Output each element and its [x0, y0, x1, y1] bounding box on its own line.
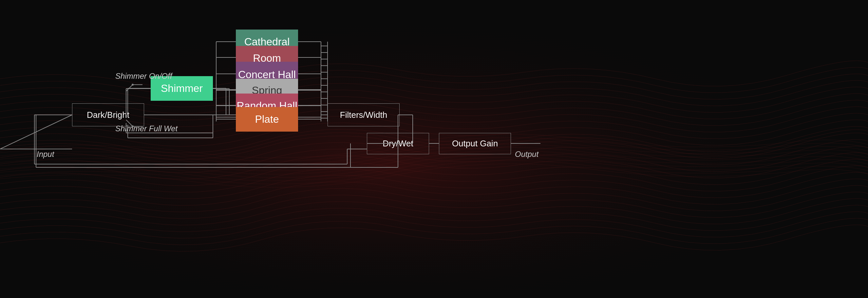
dry-wet-box[interactable]: Dry/Wet: [367, 133, 429, 154]
plate-box[interactable]: Plate: [236, 107, 298, 132]
input-label: Input: [37, 149, 54, 159]
svg-line-37: [126, 85, 133, 91]
svg-line-43: [0, 115, 72, 149]
output-gain-box[interactable]: Output Gain: [439, 133, 511, 154]
dark-bright-label: Dark/Bright: [87, 110, 129, 120]
svg-point-42: [132, 125, 134, 127]
filters-width-box[interactable]: Filters/Width: [328, 103, 400, 126]
plate-label: Plate: [255, 113, 279, 125]
shimmer-label: Shimmer: [161, 82, 203, 94]
svg-line-40: [126, 120, 133, 126]
svg-rect-1: [0, 0, 868, 298]
shimmer-on-off-label: Shimmer On/Off: [115, 72, 172, 81]
svg-point-39: [132, 84, 134, 86]
dry-wet-label: Dry/Wet: [382, 138, 413, 149]
filters-width-label: Filters/Width: [340, 110, 387, 120]
output-gain-label: Output Gain: [452, 138, 498, 149]
output-label: Output: [515, 149, 538, 159]
svg-rect-0: [0, 0, 868, 298]
